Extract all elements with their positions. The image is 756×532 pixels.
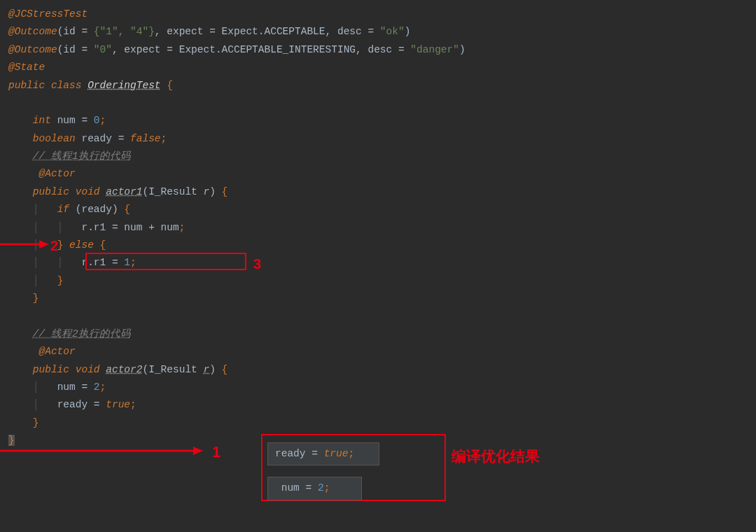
annotation-jcstresstest: @JCStressTest — [8, 8, 88, 20]
code-line[interactable]: │ } — [8, 272, 756, 290]
code-line[interactable] — [8, 94, 756, 112]
annotation-actor: @Actor — [39, 346, 76, 357]
code-line[interactable]: │ num = 2; — [8, 379, 756, 396]
code-line[interactable]: // 线程1执行的代码 — [8, 148, 756, 165]
optimized-line-1: ready = true; — [267, 442, 379, 465]
annotation-state: @State — [8, 62, 45, 73]
code-line[interactable]: │ ready = true; — [8, 396, 756, 414]
code-line[interactable]: │ │ r.r1 = num + num; — [8, 219, 756, 237]
code-line[interactable]: │ } else { — [8, 237, 756, 254]
comment: // 线程1执行的代码 — [33, 150, 131, 162]
annotation-actor: @Actor — [39, 168, 76, 179]
cursor-position: } — [8, 435, 15, 446]
annotation-label-3: 3 — [253, 252, 261, 276]
optimized-code-panel: ready = true; num = 2; — [267, 442, 379, 500]
optimized-line-2: num = 2; — [267, 477, 362, 500]
code-line[interactable]: } — [8, 290, 756, 307]
annotation-outcome: @Outcome — [8, 26, 57, 37]
method-actor1: actor1 — [106, 186, 142, 197]
code-line[interactable]: } — [8, 432, 756, 449]
annotation-outcome: @Outcome — [8, 44, 57, 55]
code-line[interactable]: @Outcome(id = {"1", "4"}, expect = Expec… — [8, 23, 756, 41]
code-line[interactable]: @Outcome(id = "0", expect = Expect.ACCEP… — [8, 41, 756, 59]
code-line[interactable]: public class OrderingTest { — [8, 77, 756, 94]
code-line[interactable]: @JCStressTest — [8, 6, 756, 23]
code-line[interactable]: // 线程2执行的代码 — [8, 326, 756, 343]
code-line[interactable]: public void actor1(I_Result r) { — [8, 183, 756, 201]
code-editor[interactable]: @JCStressTest @Outcome(id = {"1", "4"}, … — [8, 6, 756, 449]
method-actor2: actor2 — [106, 364, 142, 375]
code-line[interactable]: │ if (ready) { — [8, 201, 756, 218]
code-line[interactable]: @Actor — [8, 165, 756, 183]
annotation-label-optimized: 编译优化结果 — [451, 444, 540, 470]
code-line[interactable]: @State — [8, 59, 756, 76]
code-line[interactable]: boolean ready = false; — [8, 130, 756, 148]
code-line[interactable] — [8, 307, 756, 325]
code-line[interactable]: } — [8, 414, 756, 432]
code-line[interactable]: │ │ r.r1 = 1; — [8, 254, 756, 272]
code-line[interactable]: int num = 0; — [8, 112, 756, 130]
class-name: OrderingTest — [88, 80, 160, 91]
annotation-label-1: 1 — [212, 439, 220, 466]
code-line[interactable]: @Actor — [8, 343, 756, 360]
comment: // 线程2执行的代码 — [33, 328, 131, 340]
code-line[interactable]: public void actor2(I_Result r) { — [8, 361, 756, 379]
annotation-label-2: 2 — [50, 234, 58, 258]
